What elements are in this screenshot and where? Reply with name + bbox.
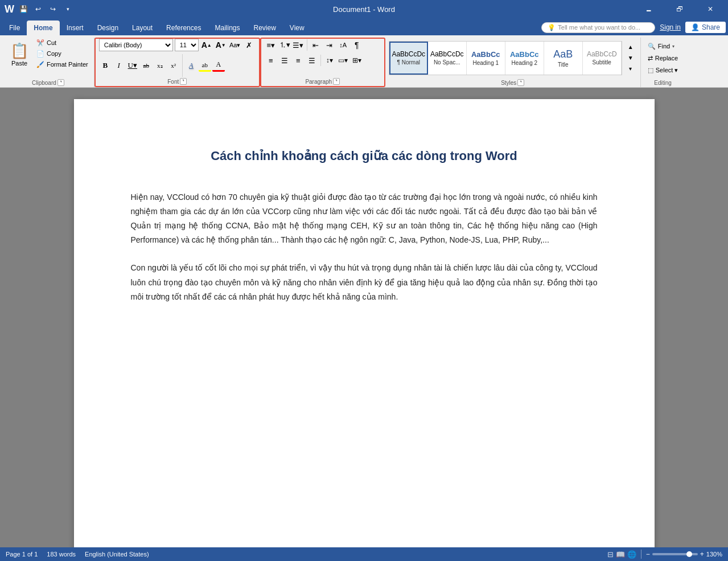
align-left-button[interactable]: ≡ (265, 54, 277, 67)
tab-insert[interactable]: Insert (60, 21, 91, 35)
show-formatting-button[interactable]: ¶ (351, 39, 363, 51)
zoom-thumb (686, 551, 692, 557)
find-button[interactable]: 🔍 Find ▾ (644, 42, 678, 51)
paragraph-group: ≡▾ ⒈▾ ☰▾ ⇤ ⇥ ↕A ¶ ≡ ☰ ≡ ☰ ↕▾ ▭▾ ⊞▾ Parag… (260, 38, 385, 87)
redo-btn[interactable]: ↪ (47, 3, 59, 15)
tab-view[interactable]: View (283, 21, 311, 35)
style-nospacing-sample: AaBbCcDc (430, 50, 464, 58)
increase-indent-button[interactable]: ⇥ (323, 39, 336, 51)
font-color-button[interactable]: A (212, 59, 225, 72)
styles-scroll-down[interactable]: ▼ (624, 52, 637, 63)
multilevel-list-button[interactable]: ☰▾ (292, 39, 305, 51)
document-paragraph-2[interactable]: Con người là yếu tố cốt lõi cho mọi sự p… (131, 261, 598, 304)
styles-label-row: Styles ⌝ (389, 78, 637, 86)
copy-button[interactable]: 📄 Copy (34, 48, 91, 59)
signin-button[interactable]: Sign in (660, 23, 681, 31)
read-mode-btn[interactable]: 📖 (616, 550, 625, 559)
style-heading2-label: Heading 2 (511, 60, 537, 66)
style-title[interactable]: AaB Title (544, 42, 583, 75)
subscript-button[interactable]: x₂ (154, 59, 166, 72)
tab-references[interactable]: References (159, 21, 208, 35)
clipboard-label-row: Clipboard ⌝ (6, 78, 91, 86)
change-case-button[interactable]: Aa▾ (229, 39, 241, 51)
font-expand-button[interactable]: ⌝ (180, 78, 187, 85)
styles-scroll-up[interactable]: ▲ (624, 42, 637, 52)
save-btn[interactable]: 💾 (18, 3, 29, 15)
styles-more[interactable]: ▾ (624, 63, 637, 74)
italic-button[interactable]: I (113, 59, 125, 72)
highlight-color-button[interactable]: ab (199, 59, 211, 72)
shading-button[interactable]: ▭▾ (337, 54, 349, 67)
underline-button[interactable]: U▾ (126, 59, 139, 72)
share-button[interactable]: 👤 Share (685, 22, 726, 33)
document-page: Cách chỉnh khoảng cách giữa các dòng tro… (74, 99, 655, 547)
undo-btn[interactable]: ↩ (32, 3, 44, 15)
justify-button[interactable]: ☰ (306, 54, 318, 67)
document-paragraph-1[interactable]: Hiện nay, VCCloud có hơn 70 chuyên gia k… (131, 190, 598, 248)
zoom-in-btn[interactable]: + (700, 550, 704, 558)
clear-formatting-button[interactable]: ✗ (243, 39, 256, 51)
zoom-level: 130% (706, 551, 722, 558)
web-layout-btn[interactable]: 🌐 (627, 550, 636, 559)
tab-review[interactable]: Review (246, 21, 282, 35)
clipboard-content: 📋 Paste ✂️ Cut 📄 Copy 🖌️ Format Painter (6, 38, 91, 78)
more-btn[interactable]: ▾ (62, 3, 73, 15)
style-title-sample: AaB (553, 48, 573, 60)
tell-me-text: Tell me what you want to do... (558, 24, 640, 31)
tell-me-input[interactable]: 💡 Tell me what you want to do... (541, 22, 655, 33)
font-family-select[interactable]: Calibri (Body) (99, 39, 173, 51)
tab-home[interactable]: Home (27, 21, 59, 35)
zoom-out-btn[interactable]: − (646, 550, 650, 558)
select-button[interactable]: ⬚ Select ▾ (644, 65, 682, 75)
title-bar: W 💾 ↩ ↪ ▾ Document1 - Word 🗕 🗗 ✕ (0, 0, 728, 18)
paragraph-expand-button[interactable]: ⌝ (333, 78, 340, 85)
clipboard-expand-button[interactable]: ⌝ (57, 79, 64, 86)
styles-label: Styles (501, 80, 516, 86)
decrease-indent-button[interactable]: ⇤ (310, 39, 322, 51)
paragraph-content: ≡▾ ⒈▾ ☰▾ ⇤ ⇥ ↕A ¶ ≡ ☰ ≡ ☰ ↕▾ ▭▾ ⊞▾ (265, 39, 381, 77)
strikethrough-button[interactable]: ab (140, 59, 153, 72)
bold-button[interactable]: B (99, 59, 112, 72)
styles-expand-button[interactable]: ⌝ (517, 79, 524, 86)
increase-font-button[interactable]: A▲ (200, 39, 213, 51)
close-button[interactable]: ✕ (697, 0, 723, 18)
restore-button[interactable]: 🗗 (667, 0, 693, 18)
decrease-font-button[interactable]: A▼ (215, 39, 227, 51)
line-spacing-button[interactable]: ↕▾ (323, 54, 336, 67)
cut-button[interactable]: ✂️ Cut (34, 38, 91, 48)
zoom-controls: − + 130% (646, 550, 722, 558)
status-bar: Page 1 of 1 183 words English (United St… (0, 547, 728, 561)
print-layout-btn[interactable]: ⊟ (607, 550, 614, 559)
numbering-button[interactable]: ⒈▾ (278, 39, 291, 51)
text-effects-button[interactable]: A (185, 59, 198, 72)
replace-icon: ⇄ (648, 55, 653, 62)
minimize-button[interactable]: 🗕 (636, 0, 662, 18)
tab-file[interactable]: File (2, 21, 27, 35)
align-right-button[interactable]: ≡ (292, 54, 305, 67)
tab-design[interactable]: Design (91, 21, 125, 35)
style-normal[interactable]: AaBbCcDc ¶ Normal (389, 42, 428, 75)
style-subtitle[interactable]: AaBbCcD Subtitle (583, 42, 622, 75)
language: English (United States) (85, 551, 149, 558)
font-size-select[interactable]: 11.5 (175, 39, 199, 51)
format-painter-button[interactable]: 🖌️ Format Painter (34, 59, 91, 69)
style-no-spacing[interactable]: AaBbCcDc No Spac... (428, 42, 467, 75)
bullets-button[interactable]: ≡▾ (265, 39, 277, 51)
style-heading1[interactable]: AaBbCc Heading 1 (467, 42, 505, 75)
replace-button[interactable]: ⇄ Replace (644, 54, 681, 63)
format-buttons-row: B I U▾ ab x₂ x² A ab A (99, 54, 225, 77)
superscript-button[interactable]: x² (167, 59, 180, 72)
tab-mailings[interactable]: Mailings (208, 21, 246, 35)
paste-button[interactable]: 📋 Paste (6, 38, 33, 71)
alignment-row: ≡ ☰ ≡ ☰ ↕▾ ▭▾ ⊞▾ (265, 54, 363, 67)
style-heading2[interactable]: AaBbCc Heading 2 (505, 42, 544, 75)
style-nospacing-label: No Spac... (434, 59, 460, 65)
align-center-button[interactable]: ☰ (278, 54, 291, 67)
word-icon: W (5, 3, 14, 15)
share-icon: 👤 (691, 23, 700, 31)
zoom-slider[interactable] (652, 553, 698, 555)
tab-layout[interactable]: Layout (125, 21, 159, 35)
window-title: Document1 - Word (333, 5, 395, 14)
sort-button[interactable]: ↕A (337, 39, 349, 51)
borders-button[interactable]: ⊞▾ (351, 54, 363, 67)
